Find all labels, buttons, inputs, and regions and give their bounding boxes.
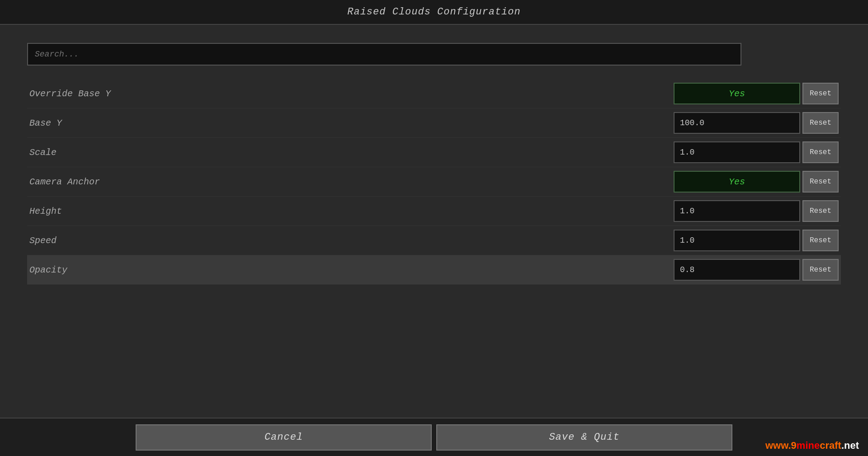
input-base-y[interactable] — [674, 112, 800, 134]
input-opacity[interactable] — [674, 259, 800, 281]
config-rows: Override Base Y Yes Reset Base Y Reset S… — [27, 79, 841, 285]
cancel-button[interactable]: Cancel — [136, 424, 432, 451]
reset-height[interactable]: Reset — [802, 200, 839, 222]
controls-height: Reset — [674, 200, 839, 222]
label-base-y: Base Y — [29, 118, 165, 128]
controls-scale: Reset — [674, 141, 839, 163]
search-container — [27, 43, 841, 66]
row-opacity: Opacity Reset — [27, 255, 841, 285]
row-scale: Scale Reset — [27, 138, 841, 167]
reset-override-base-y[interactable]: Reset — [802, 83, 839, 104]
reset-base-y[interactable]: Reset — [802, 112, 839, 134]
toggle-override-base-y[interactable]: Yes — [674, 83, 800, 104]
label-scale: Scale — [29, 147, 165, 158]
input-speed[interactable] — [674, 230, 800, 251]
controls-opacity: Reset — [674, 259, 839, 281]
reset-speed[interactable]: Reset — [802, 230, 839, 251]
bottom-bar: Cancel Save & Quit — [0, 418, 868, 456]
label-height: Height — [29, 206, 165, 216]
reset-opacity[interactable]: Reset — [802, 259, 839, 281]
label-camera-anchor: Camera Anchor — [29, 177, 165, 187]
controls-override-base-y: Yes Reset — [674, 83, 839, 104]
label-speed: Speed — [29, 235, 165, 246]
top-bar: Raised Clouds Configuration — [0, 0, 868, 25]
watermark: www.9minecraft.net — [765, 440, 859, 451]
search-input[interactable] — [27, 43, 741, 66]
page-title: Raised Clouds Configuration — [347, 6, 520, 18]
row-camera-anchor: Camera Anchor Yes Reset — [27, 167, 841, 197]
controls-base-y: Reset — [674, 112, 839, 134]
label-opacity: Opacity — [29, 265, 165, 275]
controls-camera-anchor: Yes Reset — [674, 171, 839, 193]
reset-camera-anchor[interactable]: Reset — [802, 171, 839, 193]
row-speed: Speed Reset — [27, 226, 841, 255]
row-override-base-y: Override Base Y Yes Reset — [27, 79, 841, 108]
save-quit-button[interactable]: Save & Quit — [436, 424, 732, 451]
label-override-base-y: Override Base Y — [29, 89, 165, 99]
toggle-camera-anchor[interactable]: Yes — [674, 171, 800, 193]
input-scale[interactable] — [674, 141, 800, 163]
input-height[interactable] — [674, 200, 800, 222]
row-height: Height Reset — [27, 197, 841, 226]
main-content: Override Base Y Yes Reset Base Y Reset S… — [0, 25, 868, 294]
row-base-y: Base Y Reset — [27, 108, 841, 138]
reset-scale[interactable]: Reset — [802, 141, 839, 163]
controls-speed: Reset — [674, 230, 839, 251]
